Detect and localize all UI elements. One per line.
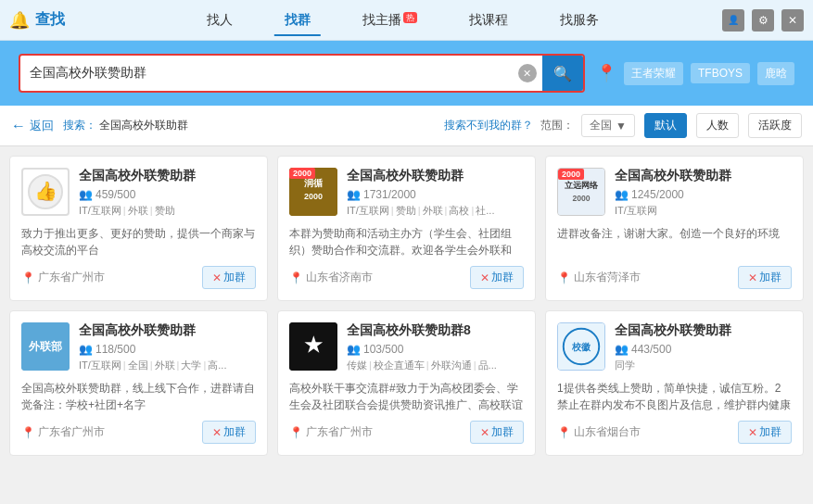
card-desc: 致力于推出更多、更好的赞助，提供一个商家与高校交流的平台 bbox=[21, 225, 256, 258]
join-button[interactable]: ✕ 加群 bbox=[738, 266, 792, 289]
card-location: 📍 广东省广州市 bbox=[21, 424, 105, 440]
svg-text:校徽: 校徽 bbox=[571, 342, 591, 352]
settings-icon-btn[interactable]: ⚙ bbox=[752, 9, 774, 32]
sort-default-btn[interactable]: 默认 bbox=[644, 113, 687, 138]
nav-find-service[interactable]: 找服务 bbox=[534, 5, 625, 36]
scope-selector[interactable]: 全国 ▼ bbox=[581, 114, 635, 137]
result-card: ★ 全国高校外联赞助群8 👥 103/500 传媒|校企直通车|外联沟通|品..… bbox=[277, 310, 536, 456]
card-count: 👥 118/500 bbox=[79, 343, 256, 356]
card-count: 👥 1731/2000 bbox=[347, 188, 524, 201]
card-desc: 高校外联干事交流群#致力于为高校团委会、学生会及社团联合会提供赞助资讯推广、高校… bbox=[289, 380, 524, 413]
card-location: 📍 山东省菏泽市 bbox=[557, 270, 641, 285]
group-avatar: 👍 bbox=[21, 168, 70, 216]
nav-find-course[interactable]: 找课程 bbox=[443, 5, 534, 36]
join-icon: ✕ bbox=[748, 426, 757, 439]
card-footer: 📍 山东省烟台市 ✕ 加群 bbox=[557, 421, 792, 444]
top-bar-right: 👤 ⚙ ✕ bbox=[722, 9, 804, 32]
location-icon: 📍 bbox=[557, 271, 571, 284]
card-tags: IT/互联网 bbox=[615, 204, 792, 218]
card-title: 全国高校外联赞助群 bbox=[79, 322, 256, 339]
join-button[interactable]: ✕ 加群 bbox=[738, 421, 792, 444]
join-icon: ✕ bbox=[480, 271, 489, 284]
location-icon: 📍 bbox=[557, 426, 571, 439]
card-tags: 同学 bbox=[615, 359, 792, 372]
group-avatar: 立远网络2000 2000 bbox=[557, 168, 605, 216]
sort-people-btn[interactable]: 人数 bbox=[696, 113, 739, 138]
search-input[interactable] bbox=[20, 58, 518, 88]
join-icon: ✕ bbox=[212, 426, 222, 439]
sort-activity-btn[interactable]: 活跃度 bbox=[748, 113, 802, 138]
card-footer: 📍 广东省广州市 ✕ 加群 bbox=[21, 266, 256, 289]
card-header: 校徽 全国高校外联赞助群 👥 443/500 同学 bbox=[557, 322, 792, 372]
app-title-area: 🔔 查找 bbox=[9, 10, 83, 31]
card-title: 全国高校外联赞助群 bbox=[615, 168, 792, 184]
group-avatar: 润循2000 2000 bbox=[289, 168, 337, 216]
nav-find-streamer[interactable]: 找主播热 bbox=[337, 5, 443, 36]
group-avatar: ★ bbox=[289, 322, 337, 371]
filter-search-text: 搜索： 全国高校外联助群 bbox=[63, 118, 435, 133]
card-tags: IT/互联网|外联|赞助 bbox=[79, 204, 256, 218]
card-location: 📍 广东省广州市 bbox=[289, 424, 373, 440]
people-icon: 👥 bbox=[79, 188, 93, 201]
svg-text:★: ★ bbox=[304, 334, 324, 357]
card-info: 全国高校外联赞助群 👥 118/500 IT/互联网|全国|外联|大学|高... bbox=[79, 322, 256, 372]
people-icon: 👥 bbox=[615, 188, 629, 201]
app-title: 查找 bbox=[35, 10, 65, 30]
card-count: 👥 443/500 bbox=[615, 343, 792, 356]
search-tags: 📍 王者荣耀 TFBOYS 鹿晗 bbox=[596, 62, 794, 85]
result-card: 立远网络2000 2000 全国高校外联赞助群 👥 1245/2000 IT/互… bbox=[545, 156, 804, 301]
card-header: 立远网络2000 2000 全国高校外联赞助群 👥 1245/2000 IT/互… bbox=[557, 168, 792, 218]
people-icon: 👥 bbox=[347, 188, 361, 201]
search-button[interactable]: 🔍 bbox=[542, 56, 583, 91]
svg-text:外联部: 外联部 bbox=[28, 340, 62, 353]
top-bar: 🔔 查找 找人 找群 找主播热 找课程 找服务 👤 ⚙ ✕ bbox=[0, 0, 813, 41]
hot-badge: 热 bbox=[403, 12, 417, 23]
back-button[interactable]: ← 返回 bbox=[11, 118, 54, 134]
nav-find-group[interactable]: 找群 bbox=[259, 5, 337, 36]
tag-wangzhe[interactable]: 王者荣耀 bbox=[624, 62, 683, 85]
card-title: 全国高校外联赞助群 bbox=[347, 168, 524, 184]
result-card: 校徽 全国高校外联赞助群 👥 443/500 同学 1提供各类线上赞助，简单快捷… bbox=[545, 310, 804, 456]
card-location: 📍 山东省烟台市 bbox=[557, 424, 641, 440]
tag-luhan[interactable]: 鹿晗 bbox=[757, 62, 794, 85]
people-icon: 👥 bbox=[615, 343, 629, 356]
card-footer: 📍 山东省济南市 ✕ 加群 bbox=[289, 266, 524, 289]
search-area: ✕ 🔍 📍 王者荣耀 TFBOYS 鹿晗 bbox=[0, 41, 813, 106]
card-count: 👥 1245/2000 bbox=[615, 188, 792, 201]
card-count: 👥 103/500 bbox=[347, 343, 524, 356]
bell-icon: 🔔 bbox=[9, 10, 30, 31]
filter-options: 搜索不到我的群？ 范围： 全国 ▼ bbox=[444, 114, 635, 137]
join-button[interactable]: ✕ 加群 bbox=[202, 421, 256, 444]
card-info: 全国高校外联赞助群 👥 459/500 IT/互联网|外联|赞助 bbox=[79, 168, 256, 218]
card-tags: 传媒|校企直通车|外联沟通|品... bbox=[347, 359, 524, 372]
group-avatar: 校徽 bbox=[557, 322, 605, 371]
card-desc: 全国高校外联赞助群，线上线下合作，进群请自觉备注：学校+社团+名字 bbox=[21, 380, 256, 413]
svg-text:👍: 👍 bbox=[34, 180, 57, 202]
search-box: ✕ 🔍 bbox=[19, 54, 585, 93]
card-location: 📍 山东省济南市 bbox=[289, 270, 373, 285]
location-pin-icon: 📍 bbox=[596, 63, 616, 83]
card-count: 👥 459/500 bbox=[79, 188, 256, 201]
group-avatar: 外联部 bbox=[21, 322, 70, 371]
card-title: 全国高校外联赞助群8 bbox=[347, 322, 524, 339]
card-header: 润循2000 2000 全国高校外联赞助群 👥 1731/2000 IT/互联网… bbox=[289, 168, 524, 218]
join-icon: ✕ bbox=[748, 271, 757, 284]
join-button[interactable]: ✕ 加群 bbox=[202, 266, 256, 289]
not-found-link[interactable]: 搜索不到我的群？ bbox=[444, 118, 533, 133]
svg-text:立远网络: 立远网络 bbox=[565, 180, 599, 190]
join-button[interactable]: ✕ 加群 bbox=[470, 266, 524, 289]
back-arrow-icon: ← bbox=[11, 118, 26, 134]
user-icon-btn[interactable]: 👤 bbox=[722, 9, 744, 32]
close-icon-btn[interactable]: ✕ bbox=[781, 9, 804, 32]
svg-text:2000: 2000 bbox=[304, 192, 323, 201]
result-card: 👍 全国高校外联赞助群 👥 459/500 IT/互联网|外联|赞助 致力于推出… bbox=[9, 156, 268, 301]
result-card: 外联部 全国高校外联赞助群 👥 118/500 IT/互联网|全国|外联|大学|… bbox=[9, 310, 268, 456]
search-clear-btn[interactable]: ✕ bbox=[518, 64, 537, 82]
tag-tfboys[interactable]: TFBOYS bbox=[691, 63, 750, 83]
card-tags: IT/互联网|赞助|外联|高校|社... bbox=[347, 204, 524, 218]
result-card: 润循2000 2000 全国高校外联赞助群 👥 1731/2000 IT/互联网… bbox=[277, 156, 536, 301]
join-button[interactable]: ✕ 加群 bbox=[470, 421, 524, 444]
nav-find-people[interactable]: 找人 bbox=[181, 5, 259, 36]
card-title: 全国高校外联赞助群 bbox=[79, 168, 256, 184]
level-badge: 2000 bbox=[558, 169, 584, 180]
